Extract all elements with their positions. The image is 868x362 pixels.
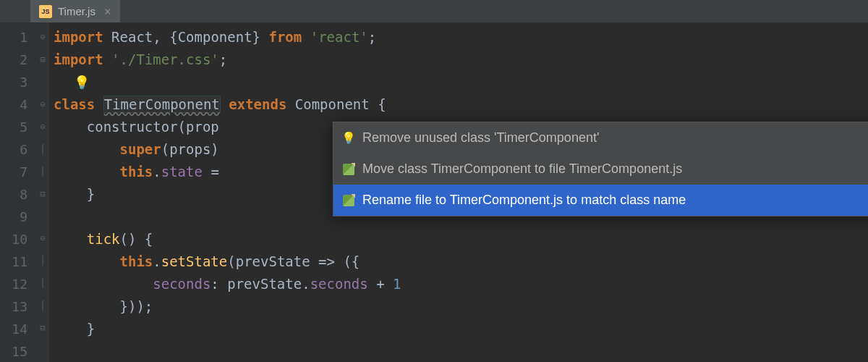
intention-action-move-class[interactable]: Move class TimerComponent to file TimerC… (333, 153, 868, 185)
code-line: import React, {Component} from 'react'; (54, 26, 868, 49)
close-tab-button[interactable]: × (104, 4, 111, 18)
fold-marker[interactable]: ⊟ (36, 317, 49, 340)
line-number: 4 (0, 93, 27, 116)
line-number: 2 (0, 49, 27, 71)
code-line: class TimerComponent extends Component { (54, 93, 868, 116)
bulb-icon: 💡 (342, 132, 355, 145)
fold-marker[interactable]: ⊖ (36, 93, 49, 116)
code-area[interactable]: 💡 import React, {Component} from 'react'… (49, 23, 868, 362)
pencil-icon (342, 163, 355, 176)
pencil-icon (342, 194, 355, 207)
fold-marker[interactable]: ⊖ (36, 227, 49, 250)
editor: 1 2 3 4 5 6 7 8 9 10 11 12 13 14 15 ⊖ ⊟ … (0, 23, 868, 362)
intention-action-rename-file[interactable]: Rename file to TimerComponent.js to matc… (333, 185, 868, 216)
line-number: 15 (0, 340, 27, 362)
line-number: 10 (0, 228, 27, 251)
intention-label: Rename file to TimerComponent.js to matc… (362, 189, 686, 211)
fold-marker: │ (36, 295, 49, 317)
fold-marker: │ (36, 250, 49, 272)
intention-popup: 💡 Remove unused class 'TimerComponent' ▶… (333, 122, 868, 216)
code-line: })); (54, 295, 868, 318)
intention-label: Move class TimerComponent to file TimerC… (362, 158, 682, 180)
fold-marker[interactable]: ⊟ (36, 49, 49, 71)
file-tab[interactable]: JS Timer.js × (30, 0, 120, 22)
intention-label: Remove unused class 'TimerComponent' (362, 127, 599, 149)
intention-bulb-icon[interactable]: 💡 (74, 71, 90, 93)
line-number: 1 (0, 26, 27, 49)
line-number: 5 (0, 116, 27, 138)
line-number: 11 (0, 251, 27, 273)
code-line: import './Timer.css'; (54, 49, 868, 71)
code-line (54, 71, 868, 93)
js-file-icon: JS (39, 5, 52, 18)
fold-marker: │ (36, 161, 49, 183)
fold-marker[interactable]: ⊟ (36, 183, 49, 206)
line-number: 13 (0, 295, 27, 318)
tab-bar-padding (0, 0, 30, 22)
tab-filename: Timer.js (58, 5, 95, 17)
code-line: } (54, 318, 868, 340)
fold-marker (36, 71, 49, 93)
fold-column: ⊖ ⊟ ⊖ ⊖ │ │ ⊟ ⊖ │ │ │ ⊟ (36, 23, 49, 362)
fold-marker (36, 206, 49, 228)
code-line: tick() { (54, 228, 868, 251)
line-number-gutter: 1 2 3 4 5 6 7 8 9 10 11 12 13 14 15 (0, 23, 36, 362)
code-line: seconds: prevState.seconds + 1 (54, 273, 868, 295)
line-number: 7 (0, 161, 27, 183)
line-number: 12 (0, 273, 27, 295)
fold-marker: │ (36, 138, 49, 161)
fold-marker: │ (36, 272, 49, 295)
intention-action-remove-unused[interactable]: 💡 Remove unused class 'TimerComponent' ▶ (333, 122, 868, 153)
tab-bar: JS Timer.js × (0, 0, 868, 23)
fold-marker[interactable]: ⊖ (36, 26, 49, 49)
code-line: this.setState(prevState => ({ (54, 251, 868, 273)
line-number: 6 (0, 138, 27, 161)
line-number: 3 (0, 71, 27, 93)
line-number: 8 (0, 183, 27, 206)
line-number: 9 (0, 206, 27, 228)
line-number: 14 (0, 318, 27, 340)
fold-marker (36, 340, 49, 362)
class-name-warning[interactable]: TimerComponent (103, 96, 221, 113)
fold-marker[interactable]: ⊖ (36, 116, 49, 138)
